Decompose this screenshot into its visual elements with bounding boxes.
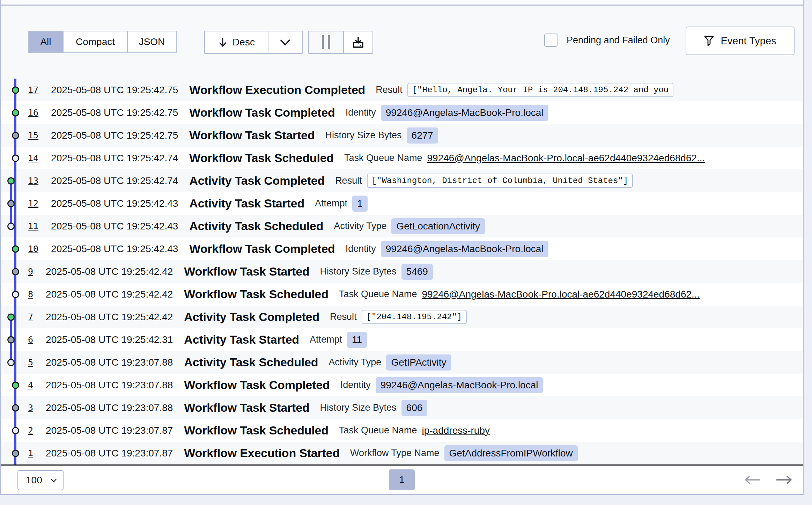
event-id-link[interactable]: 13 [28, 176, 38, 186]
event-detail-label: History Size Bytes [325, 130, 402, 141]
sort-order-control: Desc [204, 31, 303, 54]
sort-desc-label: Desc [232, 37, 255, 48]
page-size-select[interactable]: 100 [17, 470, 64, 490]
event-id-link[interactable]: 1 [28, 448, 33, 458]
event-detail-badge: GetLocationActivity [391, 218, 485, 234]
previous-page-arrow-icon[interactable] [744, 475, 762, 485]
pause-download-control [308, 31, 373, 54]
event-name: Workflow Task Completed [184, 378, 330, 392]
event-detail-label: Identity [340, 380, 371, 390]
chevron-down-icon [279, 39, 291, 46]
event-status-dot [12, 427, 19, 434]
event-name: Workflow Task Completed [189, 242, 335, 256]
next-page-arrow-icon[interactable] [775, 475, 793, 485]
download-button[interactable] [343, 31, 372, 53]
tab-json[interactable]: JSON [127, 31, 176, 52]
event-name: Workflow Task Started [184, 401, 309, 415]
event-row[interactable]: 14 2025-05-08 UTC 19:25:42.74 Workflow T… [1, 147, 803, 169]
event-row[interactable]: 7 2025-05-08 UTC 19:25:42.42 Activity Ta… [1, 306, 803, 328]
sort-dropdown-button[interactable] [268, 31, 302, 53]
event-status-dot [7, 177, 15, 184]
event-id-link[interactable]: 14 [28, 153, 38, 163]
event-row[interactable]: 2 2025-05-08 UTC 19:23:07.87 Workflow Ta… [1, 419, 803, 442]
event-detail-link[interactable]: 99246@Angelas-MacBook-Pro.local-ae62d440… [427, 153, 705, 164]
event-row[interactable]: 15 2025-05-08 UTC 19:25:42.75 Workflow T… [1, 124, 803, 147]
event-id-link[interactable]: 12 [28, 198, 38, 208]
pagination-bar: 100 1 [1, 464, 803, 494]
event-history-toolbar: All Compact JSON Desc [1, 6, 803, 79]
event-detail-label: Activity Type [329, 357, 381, 368]
event-name: Activity Task Completed [189, 174, 325, 188]
chevron-down-icon [50, 478, 57, 483]
event-id-link[interactable]: 7 [28, 312, 33, 322]
event-id-link[interactable]: 17 [28, 85, 38, 95]
event-row[interactable]: 1 2025-05-08 UTC 19:23:07.87 Workflow Ex… [1, 442, 803, 464]
event-detail-label: Attempt [310, 334, 342, 345]
event-id-link[interactable]: 10 [28, 244, 38, 254]
view-mode-tabs: All Compact JSON [28, 31, 177, 53]
event-history-panel: All Compact JSON Desc [0, 0, 804, 495]
event-status-dot [7, 359, 15, 366]
event-name: Workflow Execution Started [184, 446, 340, 460]
event-id-link[interactable]: 4 [28, 380, 33, 390]
pending-failed-label: Pending and Failed Only [567, 35, 670, 46]
page-size-value: 100 [26, 475, 42, 486]
event-name: Workflow Task Completed [189, 106, 335, 119]
event-id-link[interactable]: 9 [28, 266, 33, 277]
event-detail-link[interactable]: ip-address-ruby [422, 425, 490, 436]
tab-all[interactable]: All [29, 31, 63, 52]
arrow-down-icon [218, 36, 228, 48]
event-detail-link[interactable]: 99246@Angelas-MacBook-Pro.local-ae62d440… [422, 289, 700, 300]
event-row[interactable]: 8 2025-05-08 UTC 19:25:42.42 Workflow Ta… [1, 283, 803, 306]
event-detail-badge: 5469 [401, 264, 433, 280]
event-row[interactable]: 12 2025-05-08 UTC 19:25:42.43 Activity T… [1, 192, 803, 215]
top-spacer [1, 0, 803, 5]
sort-desc-button[interactable]: Desc [205, 31, 268, 53]
event-id-link[interactable]: 16 [28, 108, 38, 118]
event-detail-badge: 99246@Angelas-MacBook-Pro.local [376, 377, 543, 393]
event-row[interactable]: 9 2025-05-08 UTC 19:25:42.42 Workflow Ta… [1, 260, 803, 283]
event-detail-label: Result [330, 312, 357, 322]
event-row[interactable]: 11 2025-05-08 UTC 19:25:42.43 Activity T… [1, 215, 803, 237]
event-row[interactable]: 13 2025-05-08 UTC 19:25:42.74 Activity T… [1, 169, 803, 192]
event-row[interactable]: 17 2025-05-08 UTC 19:25:42.75 Workflow E… [1, 79, 803, 101]
event-detail-label: History Size Bytes [320, 402, 397, 413]
event-row[interactable]: 16 2025-05-08 UTC 19:25:42.75 Workflow T… [1, 101, 803, 124]
event-detail-badge: 1 [352, 196, 368, 212]
event-status-dot [12, 109, 19, 116]
event-detail-badge: 99246@Angelas-MacBook-Pro.local [381, 241, 548, 257]
pause-icon [322, 35, 324, 49]
event-types-button[interactable]: Event Types [686, 27, 795, 55]
event-id-link[interactable]: 2 [28, 425, 33, 436]
event-status-dot [12, 154, 19, 162]
event-timestamp: 2025-05-08 UTC 19:25:42.43 [51, 198, 178, 209]
event-row[interactable]: 6 2025-05-08 UTC 19:25:42.31 Activity Ta… [1, 328, 803, 351]
event-status-dot [12, 404, 19, 411]
event-status-dot [7, 313, 15, 321]
current-page-button[interactable]: 1 [389, 469, 415, 490]
event-row[interactable]: 4 2025-05-08 UTC 19:23:07.88 Workflow Ta… [1, 374, 803, 396]
event-row[interactable]: 3 2025-05-08 UTC 19:23:07.88 Workflow Ta… [1, 396, 803, 419]
event-id-link[interactable]: 3 [28, 403, 33, 413]
event-id-link[interactable]: 11 [28, 221, 38, 231]
pending-failed-checkbox[interactable] [544, 34, 558, 47]
event-name: Activity Task Scheduled [189, 219, 323, 233]
event-timestamp: 2025-05-08 UTC 19:23:07.87 [46, 425, 173, 436]
event-status-dot [7, 222, 15, 230]
event-row[interactable]: 10 2025-05-08 UTC 19:25:42.43 Workflow T… [1, 237, 803, 260]
event-detail-label: Workflow Type Name [350, 448, 440, 459]
event-detail-badge: 606 [401, 400, 428, 416]
download-icon [351, 35, 365, 49]
event-detail-label: Task Queue Name [339, 289, 417, 300]
event-row[interactable]: 5 2025-05-08 UTC 19:23:07.88 Activity Ta… [1, 351, 803, 374]
event-id-link[interactable]: 5 [28, 357, 33, 367]
event-detail-badge: 11 [347, 332, 367, 348]
event-id-link[interactable]: 8 [28, 289, 33, 299]
event-status-dot [12, 132, 19, 139]
tab-compact[interactable]: Compact [63, 31, 127, 52]
pause-button[interactable] [309, 31, 343, 53]
event-name: Workflow Task Scheduled [184, 287, 329, 301]
event-id-link[interactable]: 15 [28, 130, 38, 140]
event-id-link[interactable]: 6 [28, 335, 33, 345]
event-detail-label: Attempt [315, 198, 347, 209]
